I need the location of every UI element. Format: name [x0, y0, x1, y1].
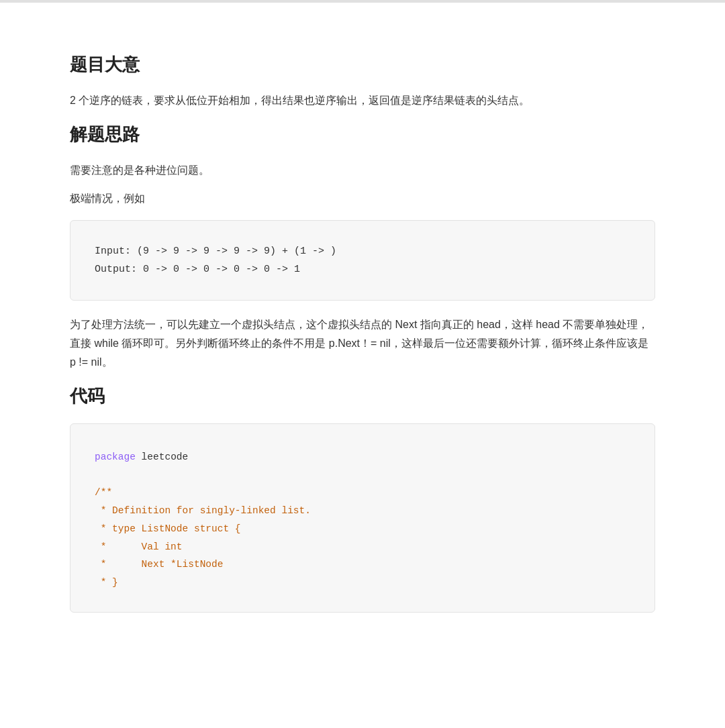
section-desc-2-3: 为了处理方法统一，可以先建立一个虚拟头结点，这个虚拟头结点的 Next 指向真正… — [70, 315, 655, 372]
example-line-1: Input: (9 -> 9 -> 9 -> 9 -> 9) + (1 -> ) — [95, 246, 336, 257]
main-code-block: package leetcode /** * Definition for si… — [70, 423, 655, 613]
section-desc-2-1: 需要注意的是各种进位问题。 — [70, 161, 655, 180]
comment-line-4: * Val int — [95, 541, 183, 552]
main-content: 题目大意 2 个逆序的链表，要求从低位开始相加，得出结果也逆序输出，返回值是逆序… — [34, 3, 691, 653]
comment-line-3: * type ListNode struct { — [95, 523, 241, 534]
comment-line-5: * Next *ListNode — [95, 559, 223, 570]
section-desc-1: 2 个逆序的链表，要求从低位开始相加，得出结果也逆序输出，返回值是逆序结果链表的… — [70, 91, 655, 110]
example-line-2: Output: 0 -> 0 -> 0 -> 0 -> 0 -> 1 — [95, 264, 300, 275]
comment-line-1: /** — [95, 487, 112, 498]
keyword-package: package — [95, 452, 136, 462]
comment-line-6: * } — [95, 577, 118, 588]
section-desc-2-2: 极端情况，例如 — [70, 189, 655, 208]
code-package-name: leetcode — [136, 452, 188, 462]
example-code-block: Input: (9 -> 9 -> 9 -> 9 -> 9) + (1 -> )… — [70, 220, 655, 301]
comment-line-2: * Definition for singly-linked list. — [95, 505, 311, 516]
section-title-3: 代码 — [70, 381, 655, 411]
section-title-2: 解题思路 — [70, 119, 655, 149]
section-title-1: 题目大意 — [70, 50, 655, 79]
